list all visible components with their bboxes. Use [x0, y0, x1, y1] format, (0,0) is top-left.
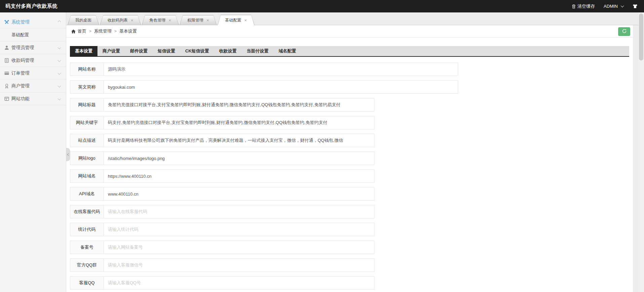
tab-permission-management[interactable]: 权限管理×: [179, 15, 217, 25]
field-input[interactable]: 码支付,免签约充值接口对接平台,支付宝免签约即时到账,财付通免签约,微信免签约支…: [104, 116, 374, 129]
subtab-f2f-pay-settings[interactable]: 当面付设置: [242, 46, 274, 56]
field-input[interactable]: bygoukai.com: [104, 81, 458, 93]
field-label: 站点描述: [70, 134, 104, 147]
subtab-basic-settings[interactable]: 基本设置: [70, 46, 97, 56]
field-value: bygoukai.com: [108, 85, 135, 90]
field-input[interactable]: 请输入客服QQ号: [104, 277, 374, 289]
sidebar-item-admin-management[interactable]: 管理员管理: [0, 41, 66, 54]
form-row: 官方QQ群 请输入客服微信号: [70, 258, 374, 272]
admin-menu[interactable]: ADMIN: [604, 4, 623, 9]
window-tabstrip: 我的桌面 收款码列表× 角色管理× 权限管理× 基础配置×: [66, 12, 644, 25]
form-row: 站点描述 码支付是网络科技有限公司旗下的免签约支付产品，完美解决支付难题，一站式…: [70, 134, 374, 147]
sidebar-item-site-functions[interactable]: 网站功能: [0, 92, 66, 105]
sidebar-item-label: 管理员管理: [11, 45, 34, 51]
breadcrumb-current: 基本设置: [119, 28, 137, 34]
field-label: 网站域名: [70, 170, 104, 182]
field-label: 在线客服代码: [70, 205, 104, 218]
tab-basic-config[interactable]: 基础配置×: [217, 15, 255, 25]
subtab-sms-settings[interactable]: 短信设置: [153, 46, 180, 56]
close-icon[interactable]: ×: [206, 18, 209, 23]
field-label: 英文简称: [70, 81, 104, 93]
field-placeholder: 请输入客服QQ号: [108, 280, 141, 286]
form-rows: 网站名称 源码演示 英文简称 bygoukai.com: [70, 62, 629, 290]
field-placeholder: 请输入客服微信号: [108, 262, 143, 268]
field-value: www.400110.cn: [108, 192, 138, 197]
breadcrumb-system[interactable]: 系统管理: [94, 28, 112, 34]
subtab-ck-sms-settings[interactable]: CK短信设置: [180, 46, 214, 56]
refresh-button[interactable]: [618, 27, 630, 36]
tab-label: 我的桌面: [75, 17, 91, 23]
breadcrumb: 首页 > 系统管理 > 基本设置: [66, 25, 633, 38]
sidebar-item-order-management[interactable]: 订单管理: [0, 67, 66, 80]
main-area: 我的桌面 收款码列表× 角色管理× 权限管理× 基础配置× 首页 >: [66, 12, 644, 292]
tab-qrcode-list[interactable]: 收款码列表×: [100, 15, 141, 25]
home-icon: [71, 29, 76, 34]
subtab-collection-settings[interactable]: 收款设置: [214, 46, 242, 56]
sidebar-item-qrcode-management[interactable]: 收款码管理: [0, 54, 66, 67]
breadcrumb-home[interactable]: 首页: [78, 28, 86, 34]
wrench-icon: [4, 19, 9, 25]
close-icon[interactable]: ×: [131, 18, 133, 23]
sidebar-item-label: 网站功能: [11, 96, 30, 102]
field-input[interactable]: 免签约充值接口对接平台,支付宝免签约即时到账,财付通免签约,微信免签约支付,QQ…: [104, 98, 374, 111]
sidebar-item-merchant-management[interactable]: 商户管理: [0, 80, 66, 92]
field-label: 备案号: [70, 241, 104, 254]
tab-my-desktop[interactable]: 我的桌面: [68, 15, 99, 25]
field-value: 源码演示: [108, 66, 125, 72]
field-input[interactable]: www.400110.cn: [104, 187, 374, 200]
form-row: 网站域名 https://www.400110.cn: [70, 169, 374, 183]
breadcrumb-separator: >: [114, 29, 117, 34]
sidebar-collapse-handle[interactable]: [66, 148, 70, 161]
field-placeholder: 请输入网站备案号: [108, 244, 143, 250]
field-input[interactable]: 请输入网站备案号: [104, 241, 374, 254]
content-panel: 首页 > 系统管理 > 基本设置 基本设置 商户设置: [66, 25, 633, 292]
field-label: 网站名称: [70, 63, 104, 76]
field-value: 免签约充值接口对接平台,支付宝免签约即时到账,财付通免签约,微信免签约支付,QQ…: [108, 102, 340, 108]
scrollbar-thumb[interactable]: [639, 13, 643, 60]
theme-button[interactable]: [632, 4, 638, 9]
sidebar-item-label: 收款码管理: [11, 57, 34, 64]
form-row: 备案号 请输入网站备案号: [70, 241, 374, 254]
chevron-down-icon: [58, 59, 61, 62]
field-label: 统计代码: [70, 223, 104, 236]
subtab-mail-settings[interactable]: 邮件设置: [125, 46, 153, 56]
close-icon[interactable]: ×: [244, 18, 247, 23]
field-input[interactable]: 请输入客服微信号: [104, 259, 374, 272]
tab-label: 角色管理: [150, 17, 166, 23]
user-icon: [4, 45, 9, 50]
field-input[interactable]: 请输入在线客服代码: [104, 205, 374, 218]
trash-icon: [571, 4, 576, 9]
field-input[interactable]: https://www.400110.cn: [104, 170, 374, 182]
field-input[interactable]: 源码演示: [104, 63, 458, 76]
field-placeholder: 请输入在线客服代码: [108, 209, 147, 215]
breadcrumb-separator: >: [89, 29, 91, 34]
subtab-merchant-settings[interactable]: 商户设置: [97, 46, 125, 56]
field-input[interactable]: 请输入统计代码: [104, 223, 374, 236]
sidebar-item-system-management[interactable]: 系统管理: [0, 16, 66, 29]
tab-label: 权限管理: [187, 17, 203, 23]
vertical-scrollbar[interactable]: [638, 12, 644, 292]
field-label: 网站logo: [70, 152, 104, 165]
field-input[interactable]: /static/home/images/logo.png: [104, 152, 374, 165]
app-title: 码支付多商户收款系统: [5, 3, 57, 9]
field-placeholder: 请输入统计代码: [108, 226, 138, 233]
clear-cache-button[interactable]: 清空缓存: [571, 3, 595, 9]
sidebar-item-basic-config[interactable]: 基础配置: [0, 29, 66, 41]
form-row: 英文简称 bygoukai.com: [70, 80, 458, 94]
subtab-domain-config[interactable]: 域名配置: [274, 46, 301, 56]
field-input[interactable]: 码支付是网络科技有限公司旗下的免签约支付产品，完美解决支付难题，一站式接入支付宝…: [104, 134, 374, 147]
tab-role-management[interactable]: 角色管理×: [142, 15, 179, 25]
form-row: 在线客服代码 请输入在线客服代码: [70, 205, 374, 218]
topbar-right: 清空缓存 ADMIN: [571, 3, 638, 9]
form-row: 统计代码 请输入统计代码: [70, 223, 374, 236]
field-label: 网站关键字: [70, 116, 104, 129]
badge-person-icon: [4, 83, 9, 89]
field-label: API域名: [70, 187, 104, 200]
form-row: 网站标题 免签约充值接口对接平台,支付宝免签约即时到账,财付通免签约,微信免签约…: [70, 98, 374, 112]
field-label: 官方QQ群: [70, 259, 104, 272]
clipboard-icon: [4, 58, 9, 63]
chevron-down-icon: [58, 46, 61, 49]
close-icon[interactable]: ×: [169, 18, 171, 23]
form-row: 网站关键字 码支付,免签约充值接口对接平台,支付宝免签约即时到账,财付通免签约,…: [70, 116, 374, 129]
field-value: 码支付是网络科技有限公司旗下的免签约支付产品，完美解决支付难题，一站式接入支付宝…: [108, 137, 343, 143]
